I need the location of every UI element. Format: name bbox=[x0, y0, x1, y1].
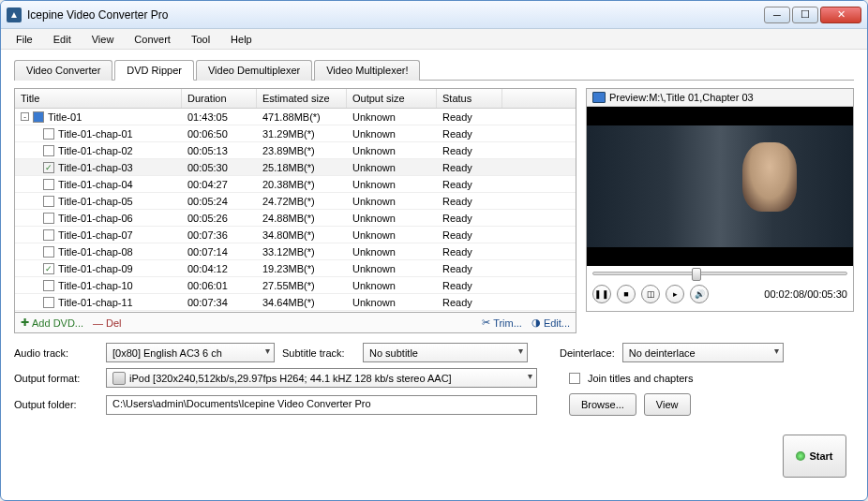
table-row[interactable]: Title-01-chap-0500:05:2424.72MB(*)Unknow… bbox=[15, 193, 576, 210]
menu-edit[interactable]: Edit bbox=[44, 32, 81, 47]
cell-dur: 00:07:36 bbox=[182, 228, 257, 242]
row-checkbox[interactable] bbox=[43, 145, 54, 156]
column-header[interactable]: Status bbox=[437, 89, 502, 108]
join-checkbox[interactable] bbox=[569, 373, 580, 384]
cell-dur: 00:04:12 bbox=[182, 262, 257, 275]
titlebar[interactable]: ▲ Icepine Video Converter Pro ─ ☐ ✕ bbox=[1, 1, 867, 29]
cell-dur: 00:05:30 bbox=[182, 161, 257, 174]
window-title: Icepine Video Converter Pro bbox=[27, 8, 764, 22]
table-row[interactable]: Title-01-chap-0700:07:3634.80MB(*)Unknow… bbox=[15, 227, 576, 243]
tab-bar: Video ConverterDVD RipperVideo Demultipl… bbox=[14, 59, 854, 81]
row-checkbox[interactable] bbox=[43, 179, 54, 190]
edit-button[interactable]: ◑ Edit... bbox=[531, 317, 570, 329]
menu-tool[interactable]: Tool bbox=[182, 32, 219, 47]
output-folder-input[interactable]: C:\Users\admin\Documents\Icepine Video C… bbox=[106, 395, 537, 415]
start-button[interactable]: Start bbox=[783, 435, 846, 478]
output-folder-label: Output folder: bbox=[14, 399, 98, 410]
table-body[interactable]: -Title-0101:43:05471.88MB(*)UnknownReady… bbox=[15, 109, 576, 312]
row-checkbox[interactable] bbox=[43, 128, 54, 140]
cell-out: Unknown bbox=[347, 228, 437, 242]
row-checkbox[interactable]: ✓ bbox=[43, 162, 54, 173]
tab-video-converter[interactable]: Video Converter bbox=[14, 60, 112, 81]
preview-panel: Preview:M:\,Title 01,Chapter 03 ❚❚ ■ ◫ bbox=[586, 88, 854, 312]
title-table: TitleDurationEstimated sizeOutput sizeSt… bbox=[14, 88, 576, 313]
audio-track-select[interactable]: [0x80] English AC3 6 ch bbox=[106, 343, 275, 362]
tab-video-multiplexer-[interactable]: Video Multiplexer! bbox=[314, 60, 420, 81]
cell-est: 33.12MB(*) bbox=[257, 245, 347, 258]
table-row[interactable]: Title-01-chap-1200:05:3625.64MB(*)Unknow… bbox=[15, 311, 576, 312]
ipod-icon bbox=[112, 372, 126, 385]
row-checkbox[interactable] bbox=[43, 297, 54, 308]
cell-stat: Ready bbox=[437, 111, 502, 124]
minimize-button[interactable]: ─ bbox=[764, 7, 790, 23]
app-window: ▲ Icepine Video Converter Pro ─ ☐ ✕ File… bbox=[0, 0, 868, 501]
maximize-button[interactable]: ☐ bbox=[792, 7, 818, 23]
tree-toggle[interactable]: - bbox=[21, 112, 29, 121]
cell-stat: Ready bbox=[437, 127, 502, 140]
tab-video-demultiplexer[interactable]: Video Demultiplexer bbox=[196, 60, 312, 81]
seek-thumb[interactable] bbox=[692, 268, 701, 281]
add-dvd-button[interactable]: ✚ Add DVD... bbox=[21, 317, 83, 329]
subtitle-track-label: Subtitle track: bbox=[282, 347, 355, 359]
row-checkbox[interactable]: ✓ bbox=[43, 263, 54, 274]
cell-out: Unknown bbox=[347, 262, 437, 275]
step-button[interactable]: ▸ bbox=[666, 285, 684, 303]
row-checkbox[interactable] bbox=[43, 213, 54, 224]
row-title: Title-01-chap-06 bbox=[58, 213, 133, 224]
cell-est: 24.72MB(*) bbox=[257, 195, 347, 208]
menu-help[interactable]: Help bbox=[221, 32, 262, 47]
column-header[interactable]: Output size bbox=[347, 89, 437, 108]
table-row[interactable]: Title-01-chap-0100:06:5031.29MB(*)Unknow… bbox=[15, 125, 576, 142]
stop-button[interactable]: ■ bbox=[617, 285, 636, 303]
row-checkbox[interactable] bbox=[43, 229, 54, 241]
cell-est: 34.64MB(*) bbox=[257, 296, 347, 309]
cell-dur: 00:05:26 bbox=[182, 212, 257, 225]
row-checkbox[interactable] bbox=[43, 246, 54, 258]
row-title: Title-01-chap-10 bbox=[58, 280, 133, 291]
column-header[interactable]: Estimated size bbox=[257, 89, 347, 108]
cell-stat: Ready bbox=[437, 178, 502, 191]
column-header[interactable]: Duration bbox=[182, 89, 257, 108]
menu-view[interactable]: View bbox=[82, 32, 124, 47]
trim-button[interactable]: ✂ Trim... bbox=[482, 317, 522, 329]
row-checkbox[interactable] bbox=[43, 280, 54, 291]
table-row[interactable]: Title-01-chap-0400:04:2720.38MB(*)Unknow… bbox=[15, 176, 576, 193]
cell-out: Unknown bbox=[347, 195, 437, 208]
cell-est: 24.88MB(*) bbox=[257, 212, 347, 225]
output-format-label: Output format: bbox=[14, 373, 98, 384]
seek-slider[interactable] bbox=[592, 272, 847, 275]
table-row[interactable]: Title-01-chap-0800:07:1433.12MB(*)Unknow… bbox=[15, 243, 576, 260]
table-row[interactable]: Title-01-chap-0600:05:2624.88MB(*)Unknow… bbox=[15, 210, 576, 227]
cell-out: Unknown bbox=[347, 161, 437, 174]
tab-dvd-ripper[interactable]: DVD Ripper bbox=[114, 60, 194, 81]
cell-dur: 00:05:24 bbox=[182, 195, 257, 208]
table-row[interactable]: -Title-0101:43:05471.88MB(*)UnknownReady bbox=[15, 109, 576, 125]
volume-button[interactable]: 🔊 bbox=[690, 285, 709, 303]
row-title: Title-01-chap-08 bbox=[58, 246, 133, 258]
table-row[interactable]: Title-01-chap-1100:07:3434.64MB(*)Unknow… bbox=[15, 294, 576, 311]
output-format-select[interactable]: iPod [320x240,512kb/s,29.97fps H264; 44.… bbox=[106, 368, 537, 388]
menu-file[interactable]: File bbox=[7, 32, 42, 47]
cell-stat: Ready bbox=[437, 161, 502, 174]
pause-button[interactable]: ❚❚ bbox=[592, 285, 611, 303]
table-row[interactable]: Title-01-chap-1000:06:0127.55MB(*)Unknow… bbox=[15, 277, 576, 294]
video-display[interactable] bbox=[587, 107, 853, 266]
close-button[interactable]: ✕ bbox=[820, 7, 861, 23]
cell-stat: Ready bbox=[437, 228, 502, 242]
cell-est: 25.18MB(*) bbox=[257, 161, 347, 174]
subtitle-track-select[interactable]: No subtitle bbox=[363, 343, 528, 362]
cell-out: Unknown bbox=[347, 127, 437, 140]
deinterlace-select[interactable]: No deinterlace bbox=[622, 343, 784, 362]
table-row[interactable]: ✓Title-01-chap-0300:05:3025.18MB(*)Unkno… bbox=[15, 159, 576, 176]
delete-button[interactable]: — Del bbox=[93, 317, 122, 329]
snapshot-button[interactable]: ◫ bbox=[641, 285, 660, 303]
table-row[interactable]: Title-01-chap-0200:05:1323.89MB(*)Unknow… bbox=[15, 142, 576, 159]
browse-button[interactable]: Browse... bbox=[569, 393, 636, 416]
view-button[interactable]: View bbox=[644, 393, 691, 416]
row-checkbox[interactable] bbox=[33, 111, 44, 123]
table-row[interactable]: ✓Title-01-chap-0900:04:1219.23MB(*)Unkno… bbox=[15, 260, 576, 277]
menu-convert[interactable]: Convert bbox=[125, 32, 180, 47]
row-checkbox[interactable] bbox=[43, 196, 54, 207]
column-header[interactable]: Title bbox=[15, 89, 182, 108]
cell-out: Unknown bbox=[347, 178, 437, 191]
